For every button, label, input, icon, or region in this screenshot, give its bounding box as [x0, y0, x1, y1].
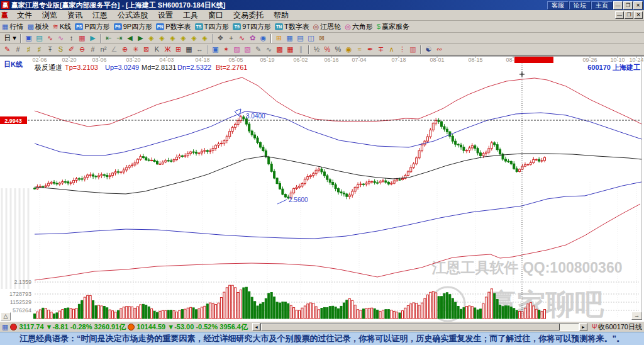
export-icon[interactable]: ⊠ — [316, 33, 327, 43]
quotes-button[interactable]: ▦行情 — [2, 22, 23, 31]
zoom-diamond-1[interactable]: ◈ — [146, 33, 157, 43]
infinity-icon[interactable]: ∾ — [434, 45, 445, 54]
mdi-close-button[interactable]: ✕ — [634, 11, 643, 19]
minimize-button[interactable]: — — [613, 1, 623, 9]
scrollbar-thumb[interactable] — [261, 324, 560, 331]
close-button[interactable]: ✕ — [633, 1, 643, 9]
status-grid-icon[interactable]: ▦ — [2, 323, 8, 331]
pct-tool[interactable]: % — [333, 45, 343, 54]
zoom-diamond-6[interactable]: ◈ — [199, 33, 210, 43]
red-net-1[interactable]: Ж — [162, 45, 173, 54]
marker-tool[interactable]: ✒ — [365, 45, 375, 54]
menu-item-资讯[interactable]: 资讯 — [62, 9, 87, 21]
window-icon[interactable]: ▣ — [23, 33, 34, 43]
black-grid-tool[interactable]: ▦ — [184, 45, 194, 54]
calendar-icon[interactable]: ⊞ — [274, 33, 284, 43]
notes-icon[interactable]: ▤ — [295, 33, 306, 43]
parallel-tool[interactable]: ∥ — [296, 45, 306, 54]
next-bar-icon[interactable]: ▶ — [135, 33, 146, 43]
gann-wheel-button[interactable]: ◎江恩轮 — [313, 22, 341, 31]
flower-icon[interactable]: ✿ — [247, 33, 258, 43]
9p-square-button[interactable]: P99P四方形 — [114, 22, 152, 31]
width-tool[interactable]: ↔ — [194, 45, 205, 54]
taiji-icon[interactable]: ☯ — [423, 45, 434, 54]
grid-tool-4[interactable]: ▦ — [285, 45, 296, 54]
9t-square-button[interactable]: T99T四方形 — [233, 22, 271, 31]
chart-expand-button[interactable]: △ — [1, 312, 11, 320]
magenta-box-2[interactable]: ▧ — [242, 45, 253, 54]
menu-item-浏览[interactable]: 浏览 — [37, 9, 62, 21]
target-icon[interactable]: ◉ — [258, 33, 269, 43]
menu-item-窗口[interactable]: 窗口 — [203, 9, 228, 21]
fan-tool[interactable]: ✶ — [221, 45, 231, 54]
scale-toggle-icon[interactable]: ↕ — [66, 33, 77, 43]
kline-chart[interactable]: 财赢江恩工具软件 QQ:100800360赢家聊吧02-0602-2003-06… — [0, 56, 644, 322]
menu-item-公式选股[interactable]: 公式选股 — [113, 9, 153, 21]
dense-grid-tool[interactable]: ▥ — [408, 45, 418, 54]
grid-red-icon[interactable]: ▦ — [77, 33, 87, 43]
crosshair-icon[interactable]: + — [226, 33, 236, 43]
scrollbar-track[interactable] — [260, 323, 579, 331]
hash-tool[interactable]: # — [13, 45, 23, 54]
zoom-diamond-5[interactable]: ◈ — [189, 33, 199, 43]
first-page-icon[interactable]: ⇤ — [103, 33, 114, 43]
menu-item-交易委托[interactable]: 交易委托 — [228, 9, 269, 21]
mdi-minimize-button[interactable]: — — [615, 11, 624, 19]
titlebar-link-1[interactable]: 论坛 — [569, 1, 591, 9]
menu-item-设置[interactable]: 设置 — [153, 9, 178, 21]
tri-lines-tool[interactable]: ∧ — [386, 45, 397, 54]
tbar-tool[interactable]: Ŧ — [45, 45, 55, 54]
mdi-restore-button[interactable]: ❐ — [625, 11, 633, 19]
gold-bars-tool[interactable]: ≈ — [354, 45, 365, 54]
magenta-box-1[interactable]: ▨ — [231, 45, 242, 54]
slope-tool[interactable]: ✎ — [253, 45, 264, 54]
trend-pink-icon[interactable]: ∿ — [55, 33, 66, 43]
flag-icon[interactable]: ▶ — [87, 33, 98, 43]
sectors-button[interactable]: ▩板块 — [27, 22, 48, 31]
k-mark-tool[interactable]: K — [152, 45, 162, 54]
pct-red-tool[interactable]: % — [322, 45, 333, 54]
spiral-tool[interactable]: S — [55, 45, 66, 54]
last-page-icon[interactable]: ⇥ — [114, 33, 125, 43]
gann-grid-1[interactable]: ♯ — [23, 45, 34, 54]
blue-box-tool[interactable]: ▣ — [210, 45, 221, 54]
half-tool[interactable]: ½ — [311, 45, 322, 54]
menu-item-帮助[interactable]: 帮助 — [269, 9, 294, 21]
menu-item-江恩[interactable]: 江恩 — [87, 9, 113, 21]
t-square-button[interactable]: TST四方形 — [195, 22, 230, 31]
shanghai-index-icon[interactable] — [10, 324, 17, 331]
pencil-tool[interactable]: ✐ — [66, 45, 77, 54]
zoom-diamond-2[interactable]: ◈ — [157, 33, 167, 43]
scroll-right-arrow[interactable]: ► — [579, 323, 587, 331]
red-net-2[interactable]: ⊞ — [173, 45, 184, 54]
restore-button[interactable]: ❐ — [623, 1, 633, 9]
prev-bar-icon[interactable]: ◀ — [125, 33, 135, 43]
menu-item-文件[interactable]: 文件 — [12, 9, 37, 21]
circle-strike-tool[interactable]: ⊖ — [77, 45, 87, 54]
gann-grid-2[interactable]: ♯ — [34, 45, 45, 54]
kline-button[interactable]: ≋K线 — [53, 22, 72, 31]
period-day-selector[interactable]: 日 ▾ — [2, 33, 18, 43]
pen-tool[interactable]: ✎ — [2, 45, 13, 54]
status-scrollbar[interactable]: ◄ ► — [252, 323, 587, 331]
box-x-tool[interactable]: ⊠ — [141, 45, 152, 54]
titlebar-link-2[interactable]: 主页 — [591, 1, 613, 9]
grid-tool-3[interactable]: ▩ — [274, 45, 285, 54]
p-square-button[interactable]: PSP四方形 — [75, 22, 109, 31]
chart-scroll-right-button[interactable]: → — [631, 312, 642, 320]
levels-tool[interactable]: ∓ — [375, 45, 386, 54]
compass-tool[interactable]: ⊕ — [119, 45, 130, 54]
n2-tool[interactable]: n² — [98, 45, 109, 54]
shenzhen-index-icon[interactable] — [128, 324, 135, 331]
pan-hand-icon[interactable]: ❖ — [215, 33, 226, 43]
star-tool[interactable]: ✳ — [130, 45, 141, 54]
ruler-tool[interactable]: # — [87, 45, 98, 54]
menu-item-工具[interactable]: 工具 — [178, 9, 203, 21]
zoom-diamond-3[interactable]: ◈ — [167, 33, 178, 43]
gold-circle-tool[interactable]: ◉ — [343, 45, 354, 54]
report-icon[interactable]: ▤ — [34, 33, 45, 43]
winner-service-button[interactable]: $赢家服务 — [377, 22, 409, 31]
titlebar-link-0[interactable]: 客服 — [547, 1, 569, 9]
t-table-button[interactable]: TNT数字表 — [275, 22, 309, 31]
rays-tool[interactable]: ⋮ — [397, 45, 408, 54]
